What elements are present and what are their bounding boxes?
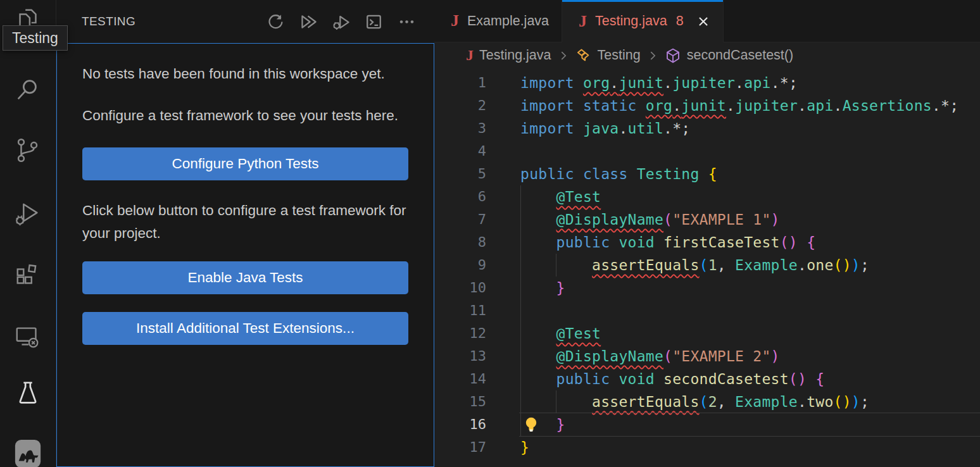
code-line: 17} xyxy=(434,436,980,459)
method-icon xyxy=(665,47,681,64)
java-file-icon: J xyxy=(579,12,587,31)
activity-bar-item-remote-explorer[interactable] xyxy=(12,321,44,353)
line-number[interactable]: 3 xyxy=(434,117,486,140)
quick-fix-lightbulb-icon[interactable] xyxy=(522,416,540,433)
camel-extension-icon xyxy=(13,438,42,467)
testing-sidebar: TESTING No tests have been found in this… xyxy=(56,0,434,467)
activity-bar-item-run-debug[interactable] xyxy=(12,199,44,230)
testing-tooltip: Testing xyxy=(3,25,68,51)
code-line: 16 } xyxy=(434,413,980,436)
debug-run-icon xyxy=(332,13,350,31)
sidebar-title: TESTING xyxy=(82,15,135,28)
code-text[interactable]: @Test xyxy=(486,185,601,208)
breadcrumb: JTesting.javaTestingsecondCasetest() xyxy=(434,42,980,68)
java-file-icon: J xyxy=(451,11,459,30)
activity-bar-item-search[interactable] xyxy=(12,75,44,106)
code-text[interactable] xyxy=(486,299,520,322)
code-lines: 1import org.junit.jupiter.api.*;2import … xyxy=(434,72,980,459)
line-number[interactable]: 8 xyxy=(434,231,486,254)
code-text[interactable]: import static org.junit.jupiter.api.Asse… xyxy=(486,94,958,117)
activity-bar-item-source-control[interactable] xyxy=(12,135,44,166)
sidebar-body: No tests have been found in this workspa… xyxy=(56,43,434,467)
code-text[interactable]: @DisplayName("EXAMPLE 2") xyxy=(486,345,780,368)
breadcrumb-label: secondCasetest() xyxy=(687,47,794,63)
tab-label: Example.java xyxy=(467,13,549,29)
line-number[interactable]: 2 xyxy=(434,94,486,117)
line-number[interactable]: 9 xyxy=(434,254,486,277)
breadcrumb-item[interactable]: Testing xyxy=(575,47,641,64)
activity-bar-item-testing-flask[interactable] xyxy=(12,378,44,409)
code-text[interactable] xyxy=(486,140,520,163)
line-number[interactable]: 15 xyxy=(434,390,486,413)
line-number[interactable]: 10 xyxy=(434,277,486,299)
tab-label: Testing.java xyxy=(595,13,667,29)
editor-group: JExample.javaJTesting.java8 JTesting.jav… xyxy=(434,0,980,467)
sidebar-action-refresh[interactable] xyxy=(265,12,285,32)
sidebar-action-more-actions[interactable] xyxy=(397,12,417,32)
tab-strip-filler xyxy=(724,0,980,42)
close-icon[interactable] xyxy=(696,15,710,28)
code-text[interactable]: public void secondCasetest() { xyxy=(486,368,824,390)
tab-testing-java[interactable]: JTesting.java8 xyxy=(562,0,724,42)
code-line: 3import java.util.*; xyxy=(434,117,980,140)
configure-framework-message: Configure a test framework to see your t… xyxy=(82,104,408,127)
code-line: 11 xyxy=(434,299,980,322)
class-icon xyxy=(575,47,592,64)
source-control-icon xyxy=(13,136,42,165)
testing-flask-icon xyxy=(13,379,42,408)
line-number[interactable]: 16 xyxy=(434,413,486,436)
code-text[interactable]: assertEquals(1, Example.one()); xyxy=(486,254,869,277)
chevron-right-icon xyxy=(646,49,659,62)
tab-example-java[interactable]: JExample.java xyxy=(434,0,562,42)
sidebar-action-run-all[interactable] xyxy=(298,12,318,32)
code-line: 12 @Test xyxy=(434,322,980,345)
line-number[interactable]: 5 xyxy=(434,163,486,185)
line-number[interactable]: 7 xyxy=(434,208,486,231)
line-number[interactable]: 13 xyxy=(434,345,486,368)
indent-guide xyxy=(556,254,556,277)
line-number[interactable]: 11 xyxy=(434,299,486,322)
code-area: 1import org.junit.jupiter.api.*;2import … xyxy=(434,68,980,467)
java-file-icon: J xyxy=(466,47,474,64)
breadcrumb-item[interactable]: JTesting.java xyxy=(466,47,551,64)
vscode-window: Testing TESTING No tests have been found… xyxy=(0,0,980,467)
activity-bar-item-extensions[interactable] xyxy=(12,259,44,291)
code-line: 7 @DisplayName("EXAMPLE 1") xyxy=(434,208,980,231)
install-test-extensions-button[interactable]: Install Additional Test Extensions... xyxy=(82,312,408,345)
line-number[interactable]: 14 xyxy=(434,368,486,390)
run-debug-icon xyxy=(13,200,42,229)
code-text[interactable]: import org.junit.jupiter.api.*; xyxy=(486,72,798,94)
indent-guide xyxy=(556,390,556,413)
run-all-icon xyxy=(299,13,317,31)
no-tests-message: No tests have been found in this workspa… xyxy=(82,63,408,85)
code-text[interactable]: import java.util.*; xyxy=(486,117,690,140)
enable-java-tests-button[interactable]: Enable Java Tests xyxy=(82,261,408,294)
code-text[interactable]: @Test xyxy=(486,322,601,345)
sidebar-action-terminal[interactable] xyxy=(364,12,384,32)
line-number[interactable]: 4 xyxy=(434,140,486,163)
code-text[interactable]: public void firstCaseTest() { xyxy=(486,231,815,254)
breadcrumb-item[interactable]: secondCasetest() xyxy=(665,47,794,64)
line-number[interactable]: 1 xyxy=(434,72,486,94)
line-number[interactable]: 6 xyxy=(434,185,486,208)
line-number[interactable]: 12 xyxy=(434,322,486,345)
code-text[interactable]: public class Testing { xyxy=(486,163,717,185)
code-line: 5public class Testing { xyxy=(434,163,980,185)
code-text[interactable]: } xyxy=(486,436,529,459)
tab-error-badge: 8 xyxy=(676,13,684,29)
remote-explorer-icon xyxy=(13,323,42,352)
code-text[interactable]: @DisplayName("EXAMPLE 1") xyxy=(486,208,780,231)
code-line: 2import static org.junit.jupiter.api.Ass… xyxy=(434,94,980,117)
activity-bar-item-camel-extension[interactable] xyxy=(12,437,44,467)
code-line: 8 public void firstCaseTest() { xyxy=(434,231,980,254)
sidebar-action-debug-run[interactable] xyxy=(331,12,351,32)
extensions-icon xyxy=(13,261,42,290)
line-number[interactable]: 17 xyxy=(434,436,486,459)
code-text[interactable]: } xyxy=(486,277,565,299)
click-below-message: Click below button to configure a test f… xyxy=(82,199,408,245)
code-line: 13 @DisplayName("EXAMPLE 2") xyxy=(434,345,980,368)
code-text[interactable]: assertEquals(2, Example.two()); xyxy=(486,390,869,413)
indent-guide xyxy=(520,185,521,436)
breadcrumb-label: Testing.java xyxy=(479,47,551,63)
configure-python-tests-button[interactable]: Configure Python Tests xyxy=(82,147,408,180)
